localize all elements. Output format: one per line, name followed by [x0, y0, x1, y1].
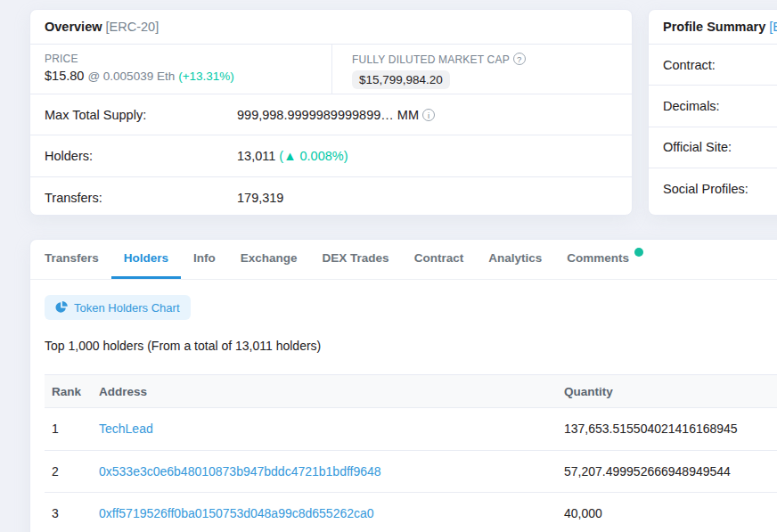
profile-summary-header: Profile Summary [Edit]	[649, 10, 777, 45]
holders-row: Holders: 13,011 (▲ 0.008%)	[30, 135, 632, 176]
holders-panel: Token Holders Chart Top 1,000 holders (F…	[30, 280, 777, 532]
table-row: 3 0xff5719526ff0ba0150753d048a99c8d65526…	[45, 493, 777, 532]
market-cap-value-badge: $15,799,984.20	[352, 70, 450, 89]
overview-title: Overview	[45, 20, 102, 34]
address-column-header: Address	[99, 385, 564, 398]
official-site-row: Official Site:	[649, 127, 777, 168]
profile-summary-title: Profile Summary	[663, 20, 765, 34]
tab-info[interactable]: Info	[181, 240, 228, 279]
tab-comments[interactable]: Comments	[554, 240, 656, 279]
transfers-value: 179,319	[237, 191, 283, 205]
market-cap-column: FULLY DILUTED MARKET CAP? $15,799,984.20	[332, 45, 632, 94]
tab-exchange[interactable]: Exchange	[228, 240, 310, 279]
price-usd: $15.80	[45, 69, 84, 83]
transfers-label: Transfers:	[45, 191, 237, 205]
price-line: $15.80 @ 0.005039 Eth (+13.31%)	[45, 69, 317, 83]
holders-change: (▲ 0.008%)	[279, 149, 348, 163]
token-detail-card: Transfers Holders Info Exchange DEX Trad…	[29, 239, 777, 532]
social-profiles-label: Social Profiles:	[663, 182, 748, 196]
decimals-row: Decimals:	[649, 86, 777, 127]
transfers-row: Transfers: 179,319	[30, 177, 632, 218]
holder-rank: 2	[52, 464, 99, 479]
quantity-column-header: Quantity	[564, 385, 777, 398]
overview-card: Overview [ERC-20] PRICE $15.80 @ 0.00503…	[29, 9, 633, 216]
decimals-label: Decimals:	[663, 99, 720, 113]
tab-transfers[interactable]: Transfers	[45, 240, 111, 279]
max-total-supply-label: Max Total Supply:	[45, 108, 237, 122]
question-circle-icon[interactable]: ?	[513, 53, 526, 65]
official-site-label: Official Site:	[663, 140, 732, 154]
holder-quantity: 137,653.515504021416168945	[564, 422, 777, 436]
holders-value: 13,011 (▲ 0.008%)	[237, 149, 348, 163]
max-total-supply-value: 999,998.9999989999899… MMi	[237, 108, 435, 122]
notification-dot	[634, 248, 643, 257]
holders-label: Holders:	[45, 149, 237, 163]
holder-rank: 3	[52, 506, 99, 520]
tab-analytics[interactable]: Analytics	[476, 240, 554, 279]
table-header-row: Rank Address Quantity	[45, 374, 777, 408]
tabs-bar: Transfers Holders Info Exchange DEX Trad…	[30, 240, 777, 280]
contract-label: Contract:	[663, 58, 716, 72]
contract-row: Contract:	[649, 45, 777, 86]
table-row: 1 TechLead 137,653.515504021416168945	[45, 408, 777, 451]
social-profiles-row: Social Profiles:	[649, 168, 777, 209]
holder-address-link[interactable]: 0x533e3c0e6b48010873b947bddc4721b1bdff96…	[99, 464, 564, 479]
price-section: PRICE $15.80 @ 0.005039 Eth (+13.31%) FU…	[30, 45, 632, 94]
token-holders-chart-button[interactable]: Token Holders Chart	[45, 295, 191, 320]
info-circle-icon[interactable]: i	[422, 109, 435, 121]
token-standard-label: [ERC-20]	[106, 20, 159, 34]
profile-summary-card: Profile Summary [Edit] Contract: Decimal…	[648, 9, 777, 216]
rank-column-header: Rank	[52, 385, 99, 398]
holders-summary-text: Top 1,000 holders (From a total of 13,01…	[45, 339, 777, 353]
tab-contract[interactable]: Contract	[402, 240, 477, 279]
market-cap-label: FULLY DILUTED MARKET CAP?	[352, 53, 618, 66]
price-column: PRICE $15.80 @ 0.005039 Eth (+13.31%)	[30, 45, 332, 94]
tab-holders[interactable]: Holders	[111, 240, 181, 279]
holder-rank: 1	[52, 422, 99, 436]
overview-card-header: Overview [ERC-20]	[30, 10, 632, 45]
price-label: PRICE	[45, 53, 317, 65]
holder-address-link[interactable]: TechLead	[99, 422, 564, 436]
pie-chart-icon	[55, 301, 68, 314]
holder-address-link[interactable]: 0xff5719526ff0ba0150753d048a99c8d655262c…	[99, 506, 564, 520]
table-row: 2 0x533e3c0e6b48010873b947bddc4721b1bdff…	[45, 451, 777, 494]
tab-dex-trades[interactable]: DEX Trades	[310, 240, 402, 279]
holder-quantity: 40,000	[564, 506, 777, 520]
holder-quantity: 57,207.499952666948949544	[564, 464, 777, 479]
price-change: (+13.31%)	[178, 70, 234, 83]
holders-table: Rank Address Quantity 1 TechLead 137,653…	[45, 374, 777, 532]
price-eth: @ 0.005039 Eth	[87, 70, 175, 83]
profile-edit-link[interactable]: [Edit]	[769, 20, 777, 34]
max-total-supply-row: Max Total Supply: 999,998.9999989999899……	[30, 94, 632, 135]
